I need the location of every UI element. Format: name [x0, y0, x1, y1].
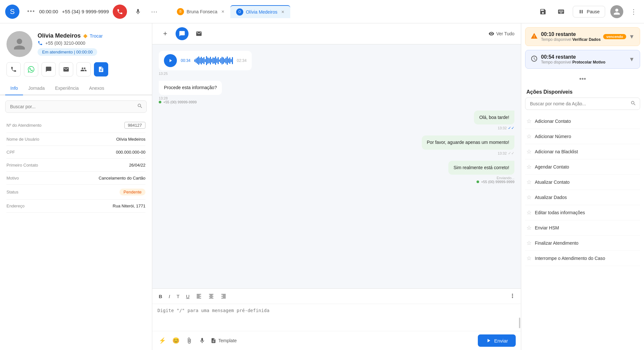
whatsapp-action-button[interactable]	[24, 62, 38, 76]
star-icon-5[interactable]: ☆	[526, 194, 532, 201]
send-button[interactable]: Enviar	[478, 334, 516, 347]
ver-tudo-button[interactable]: Ver Tudo	[489, 31, 514, 37]
lightning-button[interactable]: ⚡	[157, 336, 167, 345]
template-button[interactable]: Template	[211, 338, 237, 344]
info-search-input[interactable]	[5, 100, 147, 113]
contact-phone-text: +55 (00) 3210-0000	[45, 41, 85, 46]
mute-button[interactable]	[131, 5, 145, 19]
keyboard-icon-button[interactable]	[555, 5, 568, 18]
acao-interrompe-atendimento[interactable]: ☆ Interrompe o Atendimento do Caso	[525, 251, 640, 266]
audio-duration: 02:34	[237, 58, 247, 63]
tab-bruna[interactable]: B Bruna Fonseca ✕	[171, 6, 230, 18]
email-channel-button[interactable]	[192, 27, 205, 40]
action-icons-row	[0, 62, 152, 82]
star-icon-6[interactable]: ☆	[526, 209, 532, 216]
msg-text-correto: Sim realmente está correto!	[454, 165, 509, 170]
timer-label-verificar: Tempo disponível Verificar Dados	[541, 37, 601, 42]
star-icon-1[interactable]: ☆	[526, 133, 532, 140]
strikethrough-button[interactable]: T	[175, 292, 181, 300]
star-icon-8[interactable]: ☆	[526, 239, 532, 247]
value-cpf: 000.000.000-00	[116, 150, 145, 155]
template-label: Template	[218, 338, 237, 343]
call-more-button[interactable]: ⋯	[149, 6, 159, 17]
info-table: Nº do Atendimento 984127 Nome de Usuário…	[0, 118, 152, 213]
acao-label-3: Agendar Contato	[535, 164, 569, 169]
acao-label-0: Adicionar Contato	[535, 119, 571, 124]
acao-blacklist[interactable]: ☆ Adicionar na Blacklist	[525, 144, 640, 159]
timer-chevron-verificar[interactable]: ▼	[629, 33, 635, 40]
underline-button[interactable]: U	[185, 292, 191, 300]
phone-action-button[interactable]	[6, 62, 21, 76]
acao-atualizar-contato[interactable]: ☆ Atualizar Contato	[525, 175, 640, 190]
acao-label-5: Atualizar Dados	[535, 195, 567, 200]
sender-dot	[159, 101, 161, 103]
three-dots-button[interactable]: •••	[521, 73, 644, 85]
star-icon-7[interactable]: ☆	[526, 224, 532, 231]
star-icon-0[interactable]: ☆	[526, 118, 532, 125]
end-call-button[interactable]	[113, 5, 127, 19]
star-icon-3[interactable]: ☆	[526, 163, 532, 170]
star-icon-2[interactable]: ☆	[526, 148, 532, 155]
top-more-button[interactable]: ⋮	[628, 6, 639, 17]
composer-scrollbar[interactable]	[519, 318, 520, 328]
composer-toolbar: B I T U	[152, 289, 521, 304]
acao-adicionar-contato[interactable]: ☆ Adicionar Contato	[525, 114, 640, 129]
info-search-bar	[5, 100, 147, 113]
play-audio-button[interactable]	[164, 54, 177, 67]
chat-action-button[interactable]	[41, 62, 56, 76]
emoji-button[interactable]: 😊	[171, 336, 181, 345]
acao-agendar-contato[interactable]: ☆ Agendar Contato	[525, 159, 640, 175]
msg-sender-correto: +55 (00) 99999-9999	[448, 180, 514, 184]
nav-tab-info[interactable]: Info	[5, 82, 23, 95]
save-icon-button[interactable]	[536, 5, 549, 18]
acao-adicionar-numero[interactable]: ☆ Adicionar Número	[525, 129, 640, 144]
contacts-action-button[interactable]	[76, 62, 91, 76]
timer-label-value-verificar: Verificar Dados	[572, 37, 601, 42]
chat-channel-button[interactable]	[176, 27, 189, 40]
align-right-button[interactable]	[219, 292, 228, 300]
right-panel: 00:10 restante Tempo disponível Verifica…	[521, 23, 644, 350]
acao-finalizar-atendimento[interactable]: ☆ Finalizar Atendimento	[525, 236, 640, 251]
value-atendimento: 984127	[124, 122, 145, 129]
bold-button[interactable]: B	[157, 292, 164, 300]
vencendo-badge: vencendo	[603, 34, 626, 39]
star-icon-4[interactable]: ☆	[526, 179, 532, 186]
acao-editar-informacoes[interactable]: ☆ Editar todas informações	[525, 205, 640, 220]
info-row-status: Status Pendente	[6, 185, 145, 200]
nav-tab-jornada[interactable]: Jornada	[23, 82, 50, 95]
edit-link[interactable]: Trocar	[90, 33, 103, 39]
audio-record-button[interactable]	[198, 336, 207, 345]
nav-tab-experiencia[interactable]: Experiência	[50, 82, 84, 95]
acao-enviar-hsm[interactable]: ☆ Enviar HSM	[525, 220, 640, 236]
star-icon-9[interactable]: ☆	[526, 255, 532, 262]
composer-bottom: ⚡ 😊 Template Enviar	[152, 331, 521, 350]
acoes-search-input[interactable]	[525, 98, 640, 110]
main-layout: Olívia Medeiros ◆ Trocar +55 (00) 3210-0…	[0, 23, 644, 350]
label-cpf: CPF	[6, 150, 15, 155]
pause-button[interactable]: Pause	[573, 6, 605, 18]
contact-info: Olívia Medeiros ◆ Trocar +55 (00) 3210-0…	[38, 32, 145, 56]
timer-time-protocolar: 00:54 restante	[541, 54, 605, 60]
message-input[interactable]	[152, 304, 521, 330]
chat-messages: 00:34 02:34 13:25 Procede esta informaçã…	[152, 44, 521, 288]
notes-action-button[interactable]	[94, 62, 108, 76]
composer-more[interactable]	[509, 293, 516, 300]
info-row-nome: Nome de Usuário Olívia Medeiros	[6, 133, 145, 146]
align-center-button[interactable]	[207, 292, 215, 300]
align-left-button[interactable]	[195, 292, 203, 300]
tab-bruna-close[interactable]: ✕	[221, 9, 224, 14]
msg-bubble-procede: Procede esta informação?	[159, 81, 222, 95]
timer-left-protocolar: 00:54 restante Tempo disponível Protocol…	[531, 54, 605, 64]
tab-olivia[interactable]: O Olívia Medeiros ✕	[230, 5, 290, 18]
contact-name-row: Olívia Medeiros ◆ Trocar	[38, 32, 145, 39]
attach-button[interactable]	[185, 336, 194, 345]
acao-atualizar-dados[interactable]: ☆ Atualizar Dados	[525, 190, 640, 205]
tab-olivia-close[interactable]: ✕	[281, 10, 284, 14]
nav-tab-anexos[interactable]: Anexos	[84, 82, 109, 95]
add-channel-button[interactable]: +	[159, 27, 172, 40]
timer-chevron-protocolar[interactable]: ▼	[629, 56, 635, 63]
info-row-endereco: Endereço Rua Niterói, 1771	[6, 200, 145, 213]
tab-olivia-label: Olívia Medeiros	[246, 9, 277, 15]
email-action-button[interactable]	[59, 62, 73, 76]
italic-button[interactable]: I	[167, 292, 171, 300]
